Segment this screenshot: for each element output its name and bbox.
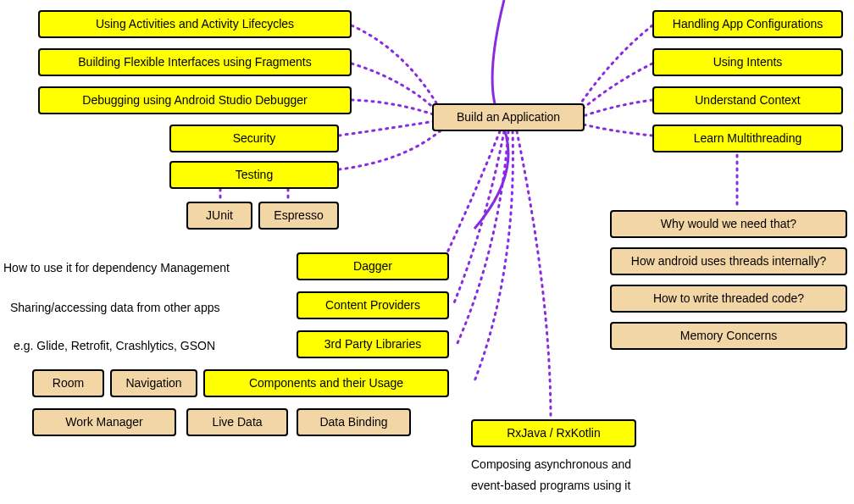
node-multithreading[interactable]: Learn Multithreading [652, 125, 843, 152]
node-testing[interactable]: Testing [169, 161, 339, 189]
node-work-manager[interactable]: Work Manager [32, 408, 176, 436]
node-navigation[interactable]: Navigation [110, 369, 197, 397]
node-third-party[interactable]: 3rd Party Libraries [297, 330, 449, 358]
node-fragments[interactable]: Building Flexible Interfaces using Fragm… [38, 48, 352, 76]
node-context[interactable]: Understand Context [652, 86, 843, 114]
node-mt-write[interactable]: How to write threaded code? [610, 285, 847, 313]
node-security[interactable]: Security [169, 125, 339, 152]
center-label: Build an Application [457, 110, 560, 125]
label-rx-desc1: Composing asynchronous and [471, 457, 631, 471]
node-dagger[interactable]: Dagger [297, 252, 449, 280]
node-rx[interactable]: RxJava / RxKotlin [471, 419, 636, 447]
node-intents[interactable]: Using Intents [652, 48, 843, 76]
node-espresso[interactable]: Espresso [258, 202, 339, 230]
node-junit[interactable]: JUnit [186, 202, 252, 230]
label-third-party: e.g. Glide, Retrofit, Crashlytics, GSON [14, 339, 215, 352]
node-activities[interactable]: Using Activities and Activity Lifecycles [38, 10, 352, 38]
node-debugger[interactable]: Debugging using Android Studio Debugger [38, 86, 352, 114]
node-app-config[interactable]: Handling App Configurations [652, 10, 843, 38]
node-live-data[interactable]: Live Data [186, 408, 288, 436]
center-node[interactable]: Build an Application [432, 103, 585, 131]
label-dagger: How to use it for dependency Management [3, 261, 230, 274]
node-data-binding[interactable]: Data Binding [297, 408, 411, 436]
label-rx-desc2: event-based programs using it [471, 479, 630, 492]
node-components[interactable]: Components and their Usage [203, 369, 449, 397]
label-content-providers: Sharing/accessing data from other apps [10, 301, 219, 314]
node-mt-why[interactable]: Why would we need that? [610, 210, 847, 238]
node-content-providers[interactable]: Content Providers [297, 291, 449, 319]
node-room[interactable]: Room [32, 369, 104, 397]
node-mt-memory[interactable]: Memory Concerns [610, 322, 847, 350]
node-mt-how-android[interactable]: How android uses threads internally? [610, 247, 847, 275]
